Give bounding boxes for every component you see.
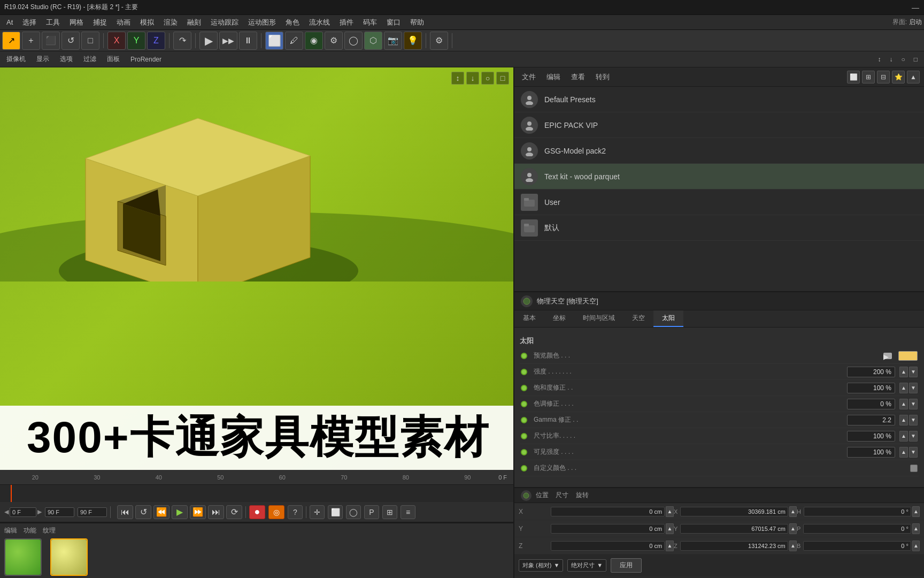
pos-x-input[interactable] [551, 507, 665, 516]
start-frame-input[interactable] [10, 507, 36, 517]
prop-input-4[interactable] [847, 415, 895, 425]
toolbar-scale[interactable]: □ [81, 32, 99, 50]
record-button[interactable]: ● [249, 505, 265, 519]
pos-z-size-input[interactable] [680, 541, 788, 551]
menu-character[interactable]: 角色 [281, 16, 304, 29]
menu-select[interactable]: 选择 [18, 16, 41, 29]
step-z-rot-up[interactable]: ▲ [912, 541, 920, 551]
mat-tab-function[interactable]: 功能 [24, 526, 36, 535]
pos-x-size-input[interactable] [680, 507, 788, 516]
toolbar-add[interactable]: + [22, 32, 40, 50]
menu-sculpt[interactable]: 融刻 [183, 16, 205, 29]
sub-menu-panel[interactable]: 面板 [105, 54, 122, 65]
menu-animate[interactable]: 动画 [112, 16, 135, 29]
preset-tb-goto[interactable]: 转到 [592, 71, 613, 83]
step-z-size-up[interactable]: ▲ [789, 541, 797, 551]
toolbar-scene[interactable]: ◯ [344, 32, 363, 50]
material-swatch-2[interactable] [50, 538, 88, 576]
step-y-size-up[interactable]: ▲ [789, 523, 797, 534]
step-y-up[interactable]: ▲ [666, 523, 674, 534]
step-x-size-up[interactable]: ▲ [789, 506, 797, 517]
3d-viewport[interactable]: 300+卡通家具模型素材 ↕ ↓ ○ □ [0, 67, 513, 470]
prop-input-3[interactable] [847, 399, 895, 409]
color-arrow-icon[interactable]: ▶ [883, 353, 892, 359]
preset-icon-1[interactable]: ⬜ [847, 71, 860, 83]
interface-mode[interactable]: 启动 [909, 18, 922, 27]
goto-end-button[interactable]: ⏭ [208, 505, 224, 519]
grid-tool-button[interactable]: ⊞ [382, 505, 397, 519]
toolbar-render-all[interactable]: ▶▶ [219, 32, 237, 50]
menu-motion-track[interactable]: 运动跟踪 [206, 16, 243, 29]
prop-tab-basic[interactable]: 基本 [514, 310, 544, 327]
loop-button[interactable]: ↺ [135, 505, 151, 519]
step-down-2[interactable]: ▼ [909, 383, 918, 393]
toolbar-cube[interactable]: ⬜ [265, 32, 283, 50]
timeline-playhead[interactable] [11, 485, 12, 502]
toolbar-y-axis[interactable]: Y [127, 32, 145, 50]
toolbar-deformer[interactable]: ⚙ [325, 32, 343, 50]
sub-right-arrows[interactable]: ↕ [876, 55, 883, 64]
prop-input-5[interactable] [847, 431, 895, 442]
end-frame-input[interactable] [45, 507, 74, 517]
menu-at[interactable]: At [2, 17, 17, 28]
mat-tab-texture[interactable]: 纹理 [43, 526, 56, 535]
step-down-3[interactable]: ▼ [909, 399, 918, 409]
toolbar-spline[interactable]: 🖊 [285, 32, 303, 50]
loop-all-button[interactable]: ⟳ [226, 505, 242, 519]
toolbar-render-preview[interactable]: ▶ [199, 32, 218, 50]
move-tool-button[interactable]: ✛ [310, 505, 325, 519]
scale-tool-button[interactable]: ⬜ [328, 505, 343, 519]
step-down-6[interactable]: ▼ [909, 447, 918, 458]
step-x-rot-up[interactable]: ▲ [912, 506, 920, 517]
toolbar-rotate[interactable]: ↺ [61, 32, 80, 50]
material-item-2[interactable]: 材质 [50, 538, 88, 576]
menu-help[interactable]: 帮助 [406, 16, 428, 29]
preset-icon-home[interactable]: ▲ [907, 71, 920, 83]
step-up-1[interactable]: ▲ [899, 367, 908, 377]
end-frame2-input[interactable] [78, 507, 107, 517]
material-item-1[interactable]: 材质 1 [4, 538, 42, 576]
pos-dropdown-1[interactable]: 对象 (相对) ▼ [519, 559, 563, 572]
sub-menu-filter[interactable]: 过滤 [81, 54, 98, 65]
sub-right-square[interactable]: □ [912, 55, 920, 64]
pos-x-rot-input[interactable] [804, 507, 911, 516]
step-z-up[interactable]: ▲ [666, 541, 674, 551]
record-alt-button[interactable]: ◎ [268, 505, 284, 519]
custom-color-checkbox[interactable] [910, 465, 918, 472]
step-down-5[interactable]: ▼ [909, 431, 918, 442]
toolbar-arrow[interactable]: ↗ [2, 32, 20, 50]
next-frame-button[interactable]: ⏩ [190, 505, 206, 519]
preset-item-default[interactable]: Default Presets [514, 87, 924, 112]
menu-snap[interactable]: 捕捉 [89, 16, 111, 29]
step-y-rot-up[interactable]: ▲ [912, 523, 920, 534]
toolbar-nurbs[interactable]: ◉ [305, 32, 323, 50]
preset-icon-3[interactable]: ⊟ [877, 71, 890, 83]
step-up-5[interactable]: ▲ [899, 431, 908, 442]
menu-tools[interactable]: 工具 [42, 16, 64, 29]
step-down-4[interactable]: ▼ [909, 415, 918, 425]
preset-tb-edit[interactable]: 编辑 [543, 71, 564, 83]
toolbar-light[interactable]: 💡 [404, 32, 422, 50]
viewport-scale-icon[interactable]: ↓ [466, 72, 479, 85]
toolbar-render-settings[interactable]: ⚙ [430, 32, 448, 50]
prev-frame-button[interactable]: ⏪ [153, 505, 170, 519]
prop-tab-coord[interactable]: 坐标 [544, 310, 574, 327]
pos-dropdown-2[interactable]: 绝对尺寸 ▼ [567, 559, 606, 572]
play-button[interactable]: ▶ [172, 505, 188, 519]
menu-pipeline[interactable]: 流水线 [305, 16, 334, 29]
preset-tb-file[interactable]: 文件 [519, 71, 539, 83]
timeline-track[interactable] [0, 485, 513, 502]
toolbar-camera[interactable]: 📷 [384, 32, 402, 50]
prop-input-2[interactable] [847, 383, 895, 393]
step-x-up[interactable]: ▲ [666, 506, 674, 517]
step-down-1[interactable]: ▼ [909, 367, 918, 377]
preset-item-textkit[interactable]: Text kit - wood parquet [514, 164, 924, 189]
toolbar-hair[interactable]: ⬡ [364, 32, 382, 50]
goto-start-button[interactable]: ⏮ [117, 505, 133, 519]
menu-window[interactable]: 窗口 [382, 16, 405, 29]
menu-simulate[interactable]: 模拟 [136, 16, 158, 29]
menu-mesh[interactable]: 网格 [65, 16, 88, 29]
sub-menu-options[interactable]: 选项 [58, 54, 75, 65]
sub-right-down[interactable]: ↓ [888, 55, 895, 64]
material-swatch-1[interactable] [4, 538, 42, 576]
